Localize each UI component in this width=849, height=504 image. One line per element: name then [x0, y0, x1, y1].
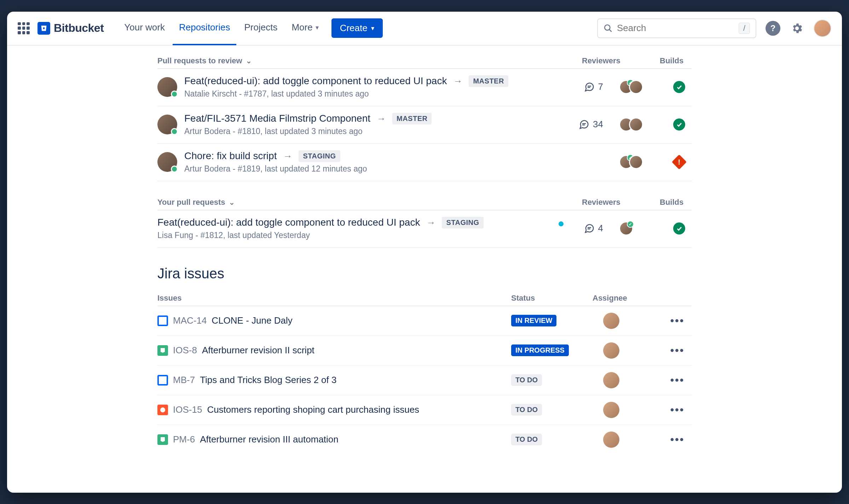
branch-tag[interactable]: MASTER — [469, 75, 508, 87]
jira-row: MAC-14 CLONE - June Daly IN REVIEW ••• — [157, 306, 692, 336]
arrow-right-icon: → — [426, 217, 435, 228]
search-input[interactable] — [617, 23, 739, 34]
bitbucket-logo-icon — [37, 22, 50, 35]
profile-avatar[interactable] — [814, 19, 831, 37]
pr-row: Feat(reduced-ui): add toggle component t… — [157, 210, 692, 248]
arrow-right-icon: → — [377, 113, 386, 124]
reviewer-avatar[interactable] — [629, 117, 643, 132]
jira-columns: Issues Status Assignee — [157, 291, 692, 306]
chevron-down-icon: ▾ — [316, 24, 319, 31]
reviewers: ✓ — [603, 80, 667, 94]
author-avatar[interactable] — [157, 77, 177, 97]
status-pill[interactable]: TO DO — [511, 404, 542, 416]
status-pill[interactable]: IN REVIEW — [511, 315, 556, 326]
pr-title[interactable]: Feat(reduced-ui): add toggle component t… — [157, 217, 420, 228]
reviewer-avatar[interactable] — [629, 80, 643, 94]
pr-title[interactable]: Feat/FIL-3571 Media Filmstrip Component — [184, 113, 370, 124]
svg-line-1 — [609, 29, 612, 32]
assignee-avatar[interactable] — [603, 431, 619, 448]
status-pill[interactable]: IN PROGRESS — [511, 344, 569, 356]
more-actions[interactable]: ••• — [663, 344, 692, 357]
nav-projects[interactable]: Projects — [238, 12, 284, 45]
comment-count[interactable]: 4 — [561, 223, 603, 234]
content: Pull requests to review ⌄ Reviewers Buil… — [7, 46, 842, 468]
nav-more[interactable]: More ▾ — [285, 12, 325, 45]
nav-right: / ? — [597, 18, 831, 38]
issue-key[interactable]: IOS-8 — [173, 345, 197, 356]
build-status — [667, 222, 692, 234]
more-actions[interactable]: ••• — [663, 315, 692, 327]
brand[interactable]: Bitbucket — [37, 22, 104, 35]
status-pill[interactable]: TO DO — [511, 434, 542, 445]
story-icon — [157, 434, 168, 445]
issue-summary[interactable]: Afterburner revision II script — [202, 345, 314, 356]
approved-check-icon: ✓ — [627, 221, 634, 228]
branch-tag[interactable]: STAGING — [442, 217, 483, 228]
more-icon: ••• — [670, 344, 685, 357]
jira-row: MB-7 Tips and Tricks Blog Series 2 of 3 … — [157, 366, 692, 395]
nav-your-work[interactable]: Your work — [118, 12, 171, 45]
assignee-avatar[interactable] — [603, 402, 619, 418]
build-success-icon[interactable] — [673, 118, 685, 131]
pr-row: Chore: fix build script → STAGING Artur … — [157, 144, 692, 181]
more-icon: ••• — [670, 315, 685, 327]
more-actions[interactable]: ••• — [663, 434, 692, 446]
issue-summary[interactable]: CLONE - June Daly — [212, 315, 292, 326]
col-status: Status — [511, 294, 593, 303]
more-actions[interactable]: ••• — [663, 404, 692, 416]
issue-key[interactable]: IOS-15 — [173, 404, 202, 415]
assignee-avatar[interactable] — [603, 372, 619, 388]
branch-tag[interactable]: STAGING — [299, 150, 340, 162]
nav-more-label: More — [291, 22, 312, 33]
issue-key[interactable]: MAC-14 — [173, 315, 207, 326]
nav-repositories[interactable]: Repositories — [173, 12, 237, 45]
comment-count[interactable]: 7 — [561, 81, 603, 92]
reviewers — [603, 117, 667, 132]
more-actions[interactable]: ••• — [663, 374, 692, 386]
task-icon — [157, 375, 168, 386]
build-success-icon[interactable] — [673, 81, 685, 93]
status-pill[interactable]: TO DO — [511, 374, 542, 386]
build-failed-icon[interactable]: ! — [672, 154, 687, 169]
section-to-review: Pull requests to review ⌄ Reviewers Buil… — [157, 53, 692, 454]
issue-key[interactable]: MB-7 — [173, 375, 195, 386]
author-avatar[interactable] — [157, 152, 177, 172]
settings-icon[interactable] — [790, 21, 804, 36]
assignee-avatar[interactable] — [603, 342, 619, 359]
search-icon — [603, 24, 613, 33]
your-prs-header: Your pull requests ⌄ Reviewers Builds — [157, 194, 692, 210]
assignee-avatar[interactable] — [603, 313, 619, 329]
task-icon — [157, 315, 168, 326]
pr-title[interactable]: Chore: fix build script — [184, 150, 277, 162]
your-prs-title[interactable]: Your pull requests ⌄ — [157, 198, 235, 207]
search-box[interactable]: / — [597, 18, 756, 38]
comment-count[interactable]: 34 — [561, 119, 603, 130]
reviewers: ✓ — [603, 221, 667, 236]
issue-summary[interactable]: Customers reporting shoping cart purchas… — [207, 404, 419, 415]
arrow-right-icon: → — [283, 151, 292, 162]
issue-summary[interactable]: Tips and Tricks Blog Series 2 of 3 — [200, 375, 336, 386]
author-avatar[interactable] — [157, 115, 177, 134]
branch-tag[interactable]: MASTER — [392, 113, 432, 124]
search-kbd: / — [739, 23, 750, 34]
reviewer-avatar[interactable]: ✓ — [619, 221, 633, 236]
to-review-title[interactable]: Pull requests to review ⌄ — [157, 56, 252, 65]
nav-left: Bitbucket Your work Repositories Project… — [18, 12, 383, 45]
arrow-right-icon: → — [453, 76, 462, 87]
nav-items: Your work Repositories Projects More ▾ C… — [118, 12, 382, 45]
chevron-down-icon: ⌄ — [229, 198, 235, 207]
help-icon[interactable]: ? — [766, 21, 780, 36]
issue-key[interactable]: PM-6 — [173, 434, 195, 445]
col-reviewers: Reviewers — [582, 198, 624, 207]
presence-indicator — [171, 166, 178, 173]
create-button[interactable]: Create ▾ — [331, 18, 383, 38]
bug-icon — [157, 405, 168, 415]
reviewer-avatar[interactable] — [629, 155, 643, 169]
to-review-header: Pull requests to review ⌄ Reviewers Buil… — [157, 53, 692, 69]
app-switcher-icon[interactable] — [18, 22, 30, 34]
pr-title[interactable]: Feat(reduced-ui): add toggle component t… — [184, 75, 447, 87]
issue-summary[interactable]: Afterburner revision III automation — [200, 434, 339, 445]
build-success-icon[interactable] — [673, 222, 685, 234]
more-icon: ••• — [670, 374, 685, 386]
app-window: Bitbucket Your work Repositories Project… — [7, 12, 842, 493]
